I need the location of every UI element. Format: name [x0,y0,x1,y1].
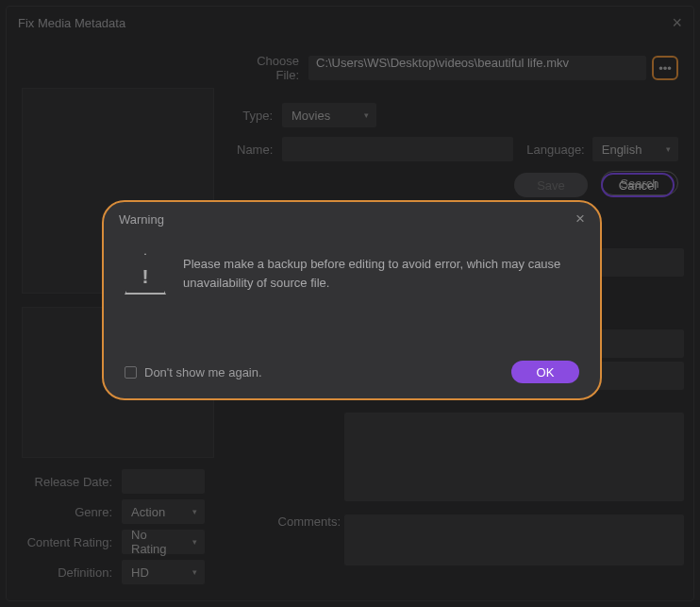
dont-show-checkbox[interactable] [125,366,137,379]
warning-dialog: Warning × Please make a backup before ed… [102,200,602,400]
dont-show-label: Don't show me again. [144,365,262,379]
dialog-title: Warning [119,212,164,227]
dialog-close-icon[interactable]: × [575,210,585,228]
dialog-message: Please make a backup before editing to a… [183,249,579,295]
warning-icon [125,253,166,295]
ok-button[interactable]: OK [511,361,579,383]
